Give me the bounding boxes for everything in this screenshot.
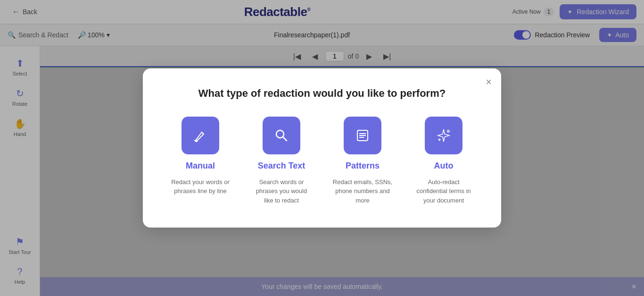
auto-sparkles-icon xyxy=(435,127,453,144)
redaction-option-manual[interactable]: Manual Redact your words or phrases line… xyxy=(165,117,235,205)
modal-close-button[interactable]: × xyxy=(486,76,492,88)
manual-desc: Redact your words or phrases line by lin… xyxy=(170,178,231,196)
redaction-options: Manual Redact your words or phrases line… xyxy=(165,117,479,205)
manual-title: Manual xyxy=(186,161,215,171)
manual-pencil-icon xyxy=(191,127,209,144)
svg-point-7 xyxy=(447,130,449,132)
search-text-desc: Search words or phrases you would like t… xyxy=(251,178,312,205)
patterns-icon-box xyxy=(344,117,381,154)
search-text-title: Search Text xyxy=(258,161,305,171)
patterns-title: Patterns xyxy=(346,161,380,171)
redaction-type-modal: What type of redaction would you like to… xyxy=(143,68,501,228)
auto-desc: Auto-redact confidential terms in your d… xyxy=(413,178,474,205)
patterns-list-icon xyxy=(354,127,372,144)
patterns-desc: Redact emails, SSNs, phone numbers and m… xyxy=(332,178,393,205)
auto-title: Auto xyxy=(434,161,454,171)
redaction-option-patterns[interactable]: Patterns Redact emails, SSNs, phone numb… xyxy=(328,117,397,205)
search-text-icon-box xyxy=(263,117,300,154)
modal-title: What type of redaction would you like to… xyxy=(165,87,479,100)
svg-line-1 xyxy=(283,137,287,141)
redaction-option-auto[interactable]: Auto Auto-redact confidential terms in y… xyxy=(409,117,479,205)
manual-icon-box xyxy=(182,117,219,154)
modal-overlay: What type of redaction would you like to… xyxy=(0,0,644,296)
svg-point-8 xyxy=(439,139,440,140)
search-text-icon xyxy=(272,127,290,144)
redaction-option-search-text[interactable]: Search Text Search words or phrases you … xyxy=(247,117,316,205)
auto-icon-box xyxy=(425,117,462,154)
